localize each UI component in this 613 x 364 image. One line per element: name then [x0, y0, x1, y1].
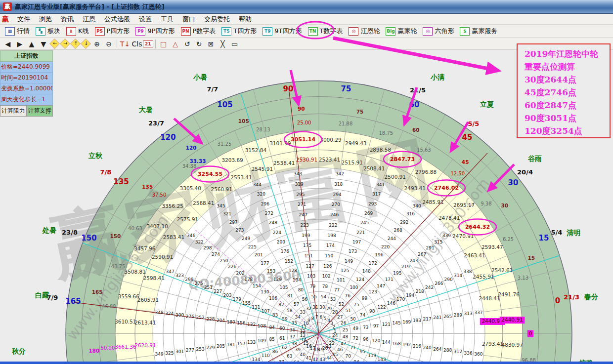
toolbar-button-板块[interactable]: ▚板块 — [33, 26, 63, 37]
toolbar-button-六角形[interactable]: ◎六角形 — [420, 26, 457, 37]
svg-text:105: 105 — [279, 285, 288, 290]
pan-up-icon[interactable]: ↑ — [70, 39, 81, 49]
t-scale-icon[interactable]: T↓ — [119, 40, 131, 48]
svg-text:131: 131 — [252, 305, 260, 310]
svg-text:246: 246 — [330, 212, 339, 217]
svg-text:3407.10: 3407.10 — [146, 223, 168, 229]
nav-left-icon[interactable]: ◀ — [2, 40, 14, 48]
nav-down-icon[interactable]: ▼ — [38, 40, 49, 48]
svg-text:45: 45 — [462, 159, 469, 165]
menu-item-9[interactable]: 帮助 — [234, 14, 256, 25]
svg-text:3203.69: 3203.69 — [221, 157, 243, 163]
svg-text:271: 271 — [298, 202, 306, 207]
toolbar-button-T数字表[interactable]: TNT数字表 — [305, 26, 346, 37]
toolbar-separator — [155, 40, 156, 48]
menu-bar: 赢 文件浏览资讯江恩公式选股设置工具窗口交易委托帮助 — [0, 14, 613, 25]
zoom-out-icon[interactable]: ⊖ — [103, 40, 115, 48]
svg-text:289: 289 — [454, 313, 462, 318]
svg-text:2440.91: 2440.91 — [501, 317, 523, 323]
svg-text:2455.91: 2455.91 — [473, 274, 494, 280]
svg-text:2485.91: 2485.91 — [422, 199, 443, 205]
svg-text:32: 32 — [306, 306, 311, 311]
toolbar-button-9P四方形[interactable]: P99P四方形 — [132, 26, 177, 37]
pan-left-icon[interactable]: ← — [49, 39, 60, 49]
svg-text:2796.88: 2796.88 — [415, 169, 437, 175]
svg-text:2448.41: 2448.41 — [479, 295, 500, 301]
cls-icon[interactable]: Cls — [131, 40, 143, 48]
rotate-cw-icon[interactable]: ↻ — [193, 40, 205, 48]
boxed-x-icon[interactable]: ⊠ — [205, 40, 217, 48]
svg-text:37.50: 37.50 — [152, 192, 167, 198]
svg-text:54: 54 — [321, 294, 327, 299]
svg-text:171: 171 — [385, 277, 394, 282]
svg-text:75: 75 — [356, 109, 364, 115]
svg-text:204: 204 — [217, 318, 225, 323]
menu-item-0[interactable]: 文件 — [13, 14, 35, 25]
svg-text:157: 157 — [237, 341, 245, 346]
menu-item-7[interactable]: 窗口 — [178, 14, 200, 25]
svg-text:219: 219 — [401, 264, 410, 269]
menu-item-5[interactable]: 设置 — [134, 14, 156, 25]
svg-text:4: 4 — [327, 318, 330, 323]
svg-text:2793.41: 2793.41 — [482, 341, 503, 347]
menu-item-6[interactable]: 工具 — [156, 14, 178, 25]
menu-item-1[interactable]: 浏览 — [35, 14, 56, 25]
svg-text:121: 121 — [382, 322, 391, 327]
toolbar-button-K线[interactable]: ୲୲K线 — [63, 26, 92, 37]
svg-text:43.75: 43.75 — [111, 264, 126, 269]
fit-icon[interactable]: ╳ — [217, 40, 229, 48]
triangle-tool-icon[interactable]: △ — [170, 40, 181, 48]
menu-item-4[interactable]: 公式选股 — [100, 14, 134, 25]
svg-text:247: 247 — [299, 212, 307, 217]
svg-text:60: 60 — [279, 326, 285, 331]
calendar-icon[interactable]: 21 — [143, 40, 153, 47]
pan-down-icon[interactable]: ↓ — [81, 39, 91, 49]
toolbar-button-P数字表[interactable]: PNP数字表 — [178, 26, 219, 37]
svg-text:122: 122 — [377, 305, 386, 310]
svg-text:96: 96 — [363, 337, 369, 342]
info-row-2: 变换系数=1.00000 — [0, 83, 53, 94]
svg-text:202: 202 — [236, 271, 245, 276]
toolbar-button-9T四方形[interactable]: T99T四方形 — [260, 26, 305, 37]
svg-text:2644.32: 2644.32 — [465, 224, 490, 230]
pan-right-icon[interactable]: → — [60, 39, 70, 49]
nav-right-icon[interactable]: ▶ — [14, 40, 26, 48]
toolbar-button-赢家服务[interactable]: $赢家服务 — [457, 26, 500, 37]
menu-item-8[interactable]: 交易委托 — [200, 14, 234, 25]
svg-text:3559.66: 3559.66 — [118, 293, 139, 299]
svg-text:49: 49 — [352, 326, 358, 331]
toolbar-button-T四方形[interactable]: TST四方形 — [219, 26, 260, 37]
menu-item-3[interactable]: 江恩 — [78, 14, 100, 25]
svg-text:172: 172 — [369, 261, 377, 266]
svg-text:298: 298 — [203, 245, 212, 250]
zoom-in-icon[interactable]: ⊕ — [91, 40, 103, 48]
svg-text:75: 75 — [353, 302, 359, 307]
svg-text:97: 97 — [373, 324, 379, 328]
svg-text:156: 156 — [237, 321, 245, 325]
rotate-ccw-icon[interactable]: ↺ — [181, 40, 193, 48]
svg-text:85: 85 — [269, 337, 274, 342]
calc-resistance-button[interactable]: 计算阻力 — [0, 105, 27, 117]
toolbar-separator — [117, 40, 117, 48]
svg-text:小满: 小满 — [430, 73, 444, 81]
svg-text:59: 59 — [282, 317, 288, 322]
calc-support-button[interactable]: 计算支撑 — [27, 105, 53, 117]
svg-text:276: 276 — [186, 314, 194, 319]
svg-text:71: 71 — [350, 345, 355, 350]
board-icon[interactable]: ▭ — [229, 40, 241, 48]
svg-text:294: 294 — [333, 192, 341, 197]
toolbar-button-行情[interactable]: ▦行情 — [2, 26, 33, 37]
svg-text:314: 314 — [454, 273, 462, 278]
svg-text:319: 319 — [295, 182, 304, 187]
toolbar-button-label: 9T四方形 — [274, 27, 302, 36]
toolbar-button-江恩轮[interactable]: ◎江恩轮 — [346, 26, 383, 37]
svg-text:2553.41: 2553.41 — [230, 174, 252, 180]
toolbar-button-P四方形[interactable]: PSP四方形 — [92, 26, 133, 37]
svg-text:80: 80 — [298, 287, 304, 292]
toolbar-button-赢家轮[interactable]: Big赢家轮 — [383, 26, 420, 37]
nav-up-icon[interactable]: ▲ — [26, 40, 38, 48]
square-tool-icon[interactable]: □ — [158, 40, 170, 48]
menu-item-2[interactable]: 资讯 — [56, 14, 78, 25]
svg-text:2491.76: 2491.76 — [498, 291, 520, 297]
svg-text:216: 216 — [413, 344, 421, 349]
